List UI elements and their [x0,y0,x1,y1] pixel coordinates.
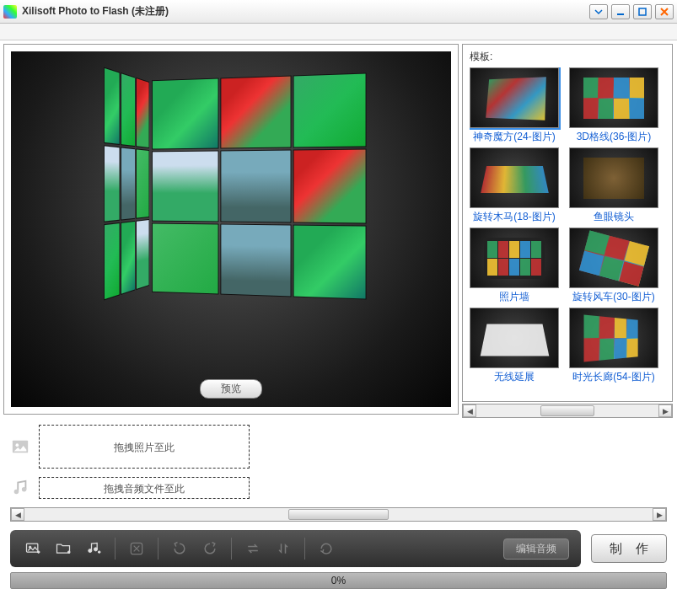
photo-icon [10,437,30,457]
template-name: 无线延展 [470,370,559,384]
scroll-left-button[interactable]: ◀ [11,508,24,521]
add-photo-button[interactable] [22,538,44,560]
delete-button[interactable] [126,538,148,560]
template-name: 照片墙 [470,290,559,304]
undo-button[interactable] [315,538,337,560]
window-title: Xilisoft Photo to Flash (未注册) [22,4,589,19]
preview-panel: 预览 [0,40,462,418]
template-label: 模板: [470,50,669,64]
titlebar: Xilisoft Photo to Flash (未注册) [0,0,677,24]
timeline-scrollbar[interactable]: ◀ ▶ [10,507,667,522]
cube-front-face [152,72,367,299]
template-panel: 模板: 神奇魔方(24-图片) 3D格线(36-图片) 旋转木马(18- [462,40,676,418]
template-item-magic-cube[interactable]: 神奇魔方(24-图片) [470,67,559,144]
photo-dropzone[interactable]: 拖拽照片至此 [39,425,250,469]
edit-audio-button[interactable]: 编辑音频 [503,538,569,560]
swap-vertical-button[interactable] [272,538,294,560]
rotate-right-button[interactable] [199,538,221,560]
svg-rect-0 [639,8,646,15]
template-grid: 神奇魔方(24-图片) 3D格线(36-图片) 旋转木马(18-图片) 鱼眼镜头 [470,67,669,398]
progress-bar: 0% [10,572,667,589]
maximize-button[interactable] [633,4,652,19]
menubar[interactable] [0,24,677,40]
scroll-right-button[interactable]: ▶ [653,508,666,521]
template-item-corridor[interactable]: 时光长廊(54-图片) [569,308,658,384]
main-area: 预览 模板: 神奇魔方(24-图片) 3D格线(36-图片) [0,40,677,418]
close-button[interactable] [655,4,674,19]
toolbar: 编辑音频 [10,530,581,567]
template-item-3d-grid[interactable]: 3D格线(36-图片) [569,67,658,144]
toolbar-area: 编辑音频 制 作 [0,522,677,572]
scroll-track[interactable] [476,404,658,417]
preview-canvas: 预览 [11,51,451,407]
progress-wrap: 0% [0,572,677,596]
scroll-left-button[interactable]: ◀ [463,404,476,417]
template-scrollbar[interactable]: ◀ ▶ [462,404,673,418]
minimize-button[interactable] [611,4,630,19]
template-item-carousel[interactable]: 旋转木马(18-图片) [470,147,559,224]
dropdown-button[interactable] [589,4,608,19]
svg-point-7 [89,549,92,552]
template-box: 模板: 神奇魔方(24-图片) 3D格线(36-图片) 旋转木马(18- [462,44,673,402]
scroll-thumb[interactable] [540,405,595,416]
music-icon [10,478,30,498]
make-button[interactable]: 制 作 [591,534,667,563]
svg-point-8 [94,548,97,551]
template-name: 旋转木马(18-图片) [470,210,559,224]
scroll-right-button[interactable]: ▶ [658,404,672,417]
template-item-windmill[interactable]: 旋转风车(30-图片) [569,228,658,304]
template-name: 旋转风车(30-图片) [569,290,658,304]
add-music-button[interactable] [83,538,105,560]
app-icon [3,5,17,19]
template-item-infinite[interactable]: 无线延展 [470,308,559,384]
svg-point-2 [16,443,19,447]
rotate-left-button[interactable] [169,538,191,560]
window-controls [589,4,674,19]
template-name: 时光长廊(54-图片) [569,370,658,384]
preview-box: 预览 [3,44,459,415]
template-name: 鱼眼镜头 [569,210,658,224]
template-name: 3D格线(36-图片) [569,130,658,144]
scroll-thumb[interactable] [288,509,389,520]
swap-horizontal-button[interactable] [242,538,264,560]
template-name: 神奇魔方(24-图片) [470,130,559,144]
template-item-fisheye[interactable]: 鱼眼镜头 [569,147,658,224]
add-folder-button[interactable] [52,538,74,560]
svg-point-4 [22,487,27,492]
preview-button[interactable]: 预览 [200,379,262,399]
scroll-track[interactable] [24,508,653,521]
dropzones: 拖拽照片至此 拖拽音频文件至此 [0,418,677,499]
audio-dropzone[interactable]: 拖拽音频文件至此 [39,477,250,499]
svg-point-3 [14,490,19,495]
template-item-photo-wall[interactable]: 照片墙 [470,228,559,304]
cube-left-face [104,67,149,301]
